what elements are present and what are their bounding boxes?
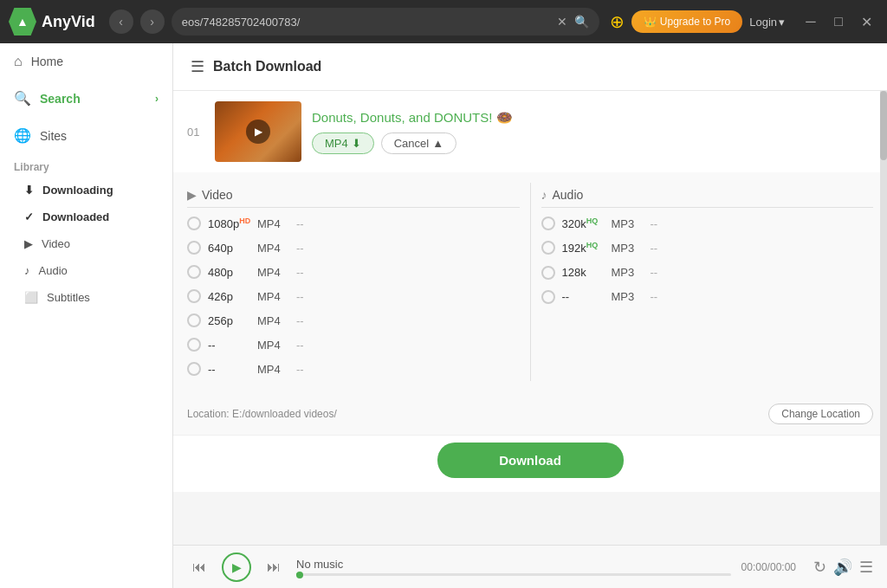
subtitles-label: Subtitles — [47, 291, 90, 304]
video-row-480p: 480p MP4 -- — [187, 260, 520, 284]
cancel-label: Cancel — [394, 137, 429, 150]
type-a1: MP3 — [612, 290, 651, 303]
audio-row-192k: 192kHQ MP3 -- — [541, 236, 874, 260]
radio-a1[interactable] — [541, 290, 555, 304]
change-location-button[interactable]: Change Location — [768, 404, 873, 424]
back-button[interactable]: ‹ — [109, 10, 133, 34]
home-icon: ⌂ — [14, 54, 23, 69]
radio-128k[interactable] — [541, 266, 555, 280]
format-table: ▶ Video 1080pHD MP4 -- 640 — [173, 172, 887, 395]
sidebar-item-downloading[interactable]: ⬇ Downloading — [0, 177, 172, 204]
type-256p: MP4 — [257, 314, 296, 327]
type-192k: MP3 — [612, 242, 651, 255]
thumbnail[interactable]: ▶ — [215, 101, 301, 162]
add-tab-button[interactable]: ⊕ — [610, 11, 625, 32]
radio-320k[interactable] — [541, 216, 555, 230]
radio-1080p[interactable] — [187, 216, 201, 230]
res-320k: 320kHQ — [555, 216, 612, 230]
res-426p: 426p — [201, 290, 257, 303]
login-chevron-icon: ▾ — [779, 16, 785, 29]
close-button[interactable]: ✕ — [854, 10, 878, 34]
radio-256p[interactable] — [187, 313, 201, 327]
content-area: ☰ Batch Download 01 ▶ Donuts, Donuts, an… — [173, 43, 887, 588]
radio-v1[interactable] — [187, 338, 201, 352]
audio-col-icon: ♪ — [541, 188, 547, 202]
radio-640p[interactable] — [187, 241, 201, 255]
sidebar-item-downloaded[interactable]: ✓ Downloaded — [0, 204, 172, 230]
size-v1: -- — [296, 339, 322, 352]
url-text: eos/748285702400783/ — [182, 16, 550, 29]
video-row-v1: -- MP4 -- — [187, 333, 520, 357]
sites-icon: 🌐 — [14, 127, 31, 144]
radio-426p[interactable] — [187, 289, 201, 303]
location-text: Location: E:/downloaded videos/ — [187, 408, 337, 420]
forward-button[interactable]: › — [140, 10, 165, 34]
next-button[interactable]: ⏭ — [262, 555, 286, 579]
sidebar-item-video[interactable]: ▶ Video — [0, 230, 172, 257]
url-search-icon[interactable]: 🔍 — [574, 15, 589, 29]
type-v1: MP4 — [257, 339, 296, 352]
download-button[interactable]: Download — [437, 443, 624, 478]
location-bar: Location: E:/downloaded videos/ Change L… — [173, 395, 887, 435]
audio-icon: ♪ — [24, 264, 30, 277]
format-columns: ▶ Video 1080pHD MP4 -- 640 — [187, 183, 873, 381]
progress-bar[interactable] — [296, 573, 731, 576]
res-v1: -- — [201, 339, 257, 352]
upgrade-label: Upgrade to Pro — [660, 16, 730, 28]
downloaded-icon: ✓ — [24, 210, 34, 223]
minimize-button[interactable]: ─ — [799, 10, 823, 34]
sidebar-item-audio[interactable]: ♪ Audio — [0, 257, 172, 284]
type-426p: MP4 — [257, 290, 296, 303]
radio-192k[interactable] — [541, 241, 555, 255]
video-row-1080p: 1080pHD MP4 -- — [187, 211, 520, 236]
play-button[interactable]: ▶ — [222, 552, 251, 582]
video-col-icon: ▶ — [187, 188, 197, 202]
track-name: No music — [296, 558, 731, 571]
size-256p: -- — [296, 314, 322, 327]
res-128k: 128k — [555, 266, 612, 279]
cancel-button[interactable]: Cancel ▲ — [381, 132, 456, 154]
login-area[interactable]: Login ▾ — [749, 16, 785, 29]
sidebar-item-search[interactable]: 🔍 Search › — [0, 80, 172, 117]
video-row-v2: -- MP4 -- — [187, 357, 520, 381]
size-1080p: -- — [296, 217, 322, 230]
video-col-header: ▶ Video — [187, 183, 520, 208]
format-buttons: MP4 ⬇ Cancel ▲ — [312, 132, 873, 154]
batch-title: Batch Download — [213, 59, 321, 74]
radio-480p[interactable] — [187, 265, 201, 279]
audio-col-header: ♪ Audio — [541, 183, 874, 208]
audio-row-128k: 128k MP3 -- — [541, 261, 874, 285]
volume-icon[interactable]: 🔊 — [833, 558, 852, 577]
res-1080p: 1080pHD — [201, 216, 257, 230]
video-row-426p: 426p MP4 -- — [187, 284, 520, 308]
titlebar: ▲ AnyVid ‹ › eos/748285702400783/ ✕ 🔍 ⊕ … — [0, 0, 887, 43]
radio-v2[interactable] — [187, 362, 201, 376]
column-divider — [530, 183, 531, 381]
repeat-icon[interactable]: ↻ — [813, 558, 826, 577]
size-192k: -- — [651, 242, 677, 255]
prev-button[interactable]: ⏮ — [187, 555, 211, 579]
maximize-button[interactable]: □ — [826, 10, 851, 34]
audio-row-a1: -- MP3 -- — [541, 285, 874, 309]
size-v2: -- — [296, 363, 322, 376]
scroll-area[interactable]: 01 ▶ Donuts, Donuts, and DONUTS! 🍩 MP4 — [173, 91, 887, 545]
type-v2: MP4 — [257, 363, 296, 376]
video-title-text: Donuts, Donuts, and DONUTS! — [312, 110, 492, 125]
mp4-button[interactable]: MP4 ⬇ — [312, 132, 374, 154]
playlist-icon[interactable]: ☰ — [859, 558, 873, 577]
size-128k: -- — [651, 266, 677, 279]
size-480p: -- — [296, 266, 322, 279]
scrollbar-track[interactable] — [880, 91, 887, 545]
sidebar-item-subtitles[interactable]: ⬜ Subtitles — [0, 284, 172, 311]
scrollbar-thumb[interactable] — [880, 91, 887, 160]
batch-download-icon: ☰ — [191, 57, 204, 76]
downloading-label: Downloading — [42, 184, 113, 197]
sidebar-item-sites[interactable]: 🌐 Sites — [0, 117, 172, 154]
window-controls: ─ □ ✕ — [799, 10, 878, 34]
search-arrow-icon: › — [155, 93, 159, 105]
audio-col-label: Audio — [553, 188, 584, 202]
sidebar-item-home[interactable]: ⌂ Home — [0, 43, 172, 80]
url-close-icon[interactable]: ✕ — [557, 15, 567, 29]
upgrade-button[interactable]: 👑 Upgrade to Pro — [631, 10, 742, 33]
sites-label: Sites — [40, 129, 67, 143]
